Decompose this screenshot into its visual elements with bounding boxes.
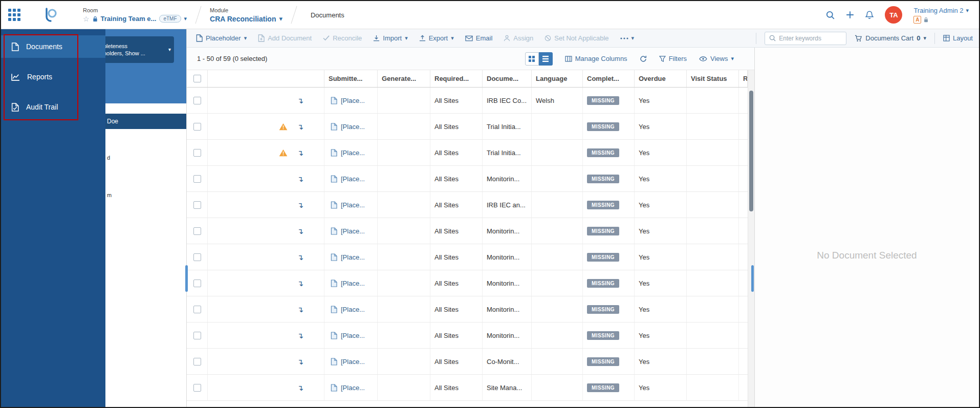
column-header-overdue[interactable]: Overdue [635, 70, 687, 87]
column-header-visit-status[interactable]: Visit Status [687, 70, 739, 87]
views-button[interactable]: Views▾ [699, 55, 734, 62]
document-name-link[interactable]: [Place... [341, 280, 365, 287]
table-row[interactable]: ↴ [Place... All Sites Trial Initia... MI… [187, 114, 748, 140]
column-header-submitte[interactable]: Submitte... [324, 70, 378, 87]
user-avatar[interactable]: TA [885, 6, 902, 24]
document-name-link[interactable]: [Place... [341, 306, 365, 313]
clipped-cell [739, 244, 748, 270]
row-checkbox[interactable] [193, 332, 201, 339]
documents-cart-button[interactable]: Documents Cart 0 ▾ [855, 34, 926, 42]
session-lock-icon[interactable] [924, 17, 928, 23]
document-name-link[interactable]: [Place... [341, 253, 365, 261]
notifications-bell-icon[interactable] [865, 10, 874, 19]
table-row[interactable]: ↴ [Place... All Sites Monitorin... MISSI… [187, 244, 748, 270]
document-name-link[interactable]: [Place... [341, 358, 365, 366]
email-button[interactable]: Email [465, 34, 493, 42]
app-launcher-icon[interactable] [8, 9, 20, 21]
table-row[interactable]: ↴ [Place... All Sites Trial Initia... MI… [187, 140, 748, 166]
row-checkbox[interactable] [193, 306, 201, 313]
table-row[interactable]: ↴ [Place... All Sites Monitorin... MISSI… [187, 296, 748, 323]
table-row[interactable]: ↴ [Place... All Sites Monitorin... MISSI… [187, 270, 748, 296]
manage-columns-button[interactable]: Manage Columns [565, 55, 627, 62]
document-name-link[interactable]: [Place... [341, 123, 365, 131]
layout-button[interactable]: Layout [943, 34, 973, 42]
submitted-name-cell: [Place... [324, 323, 378, 348]
row-checkbox[interactable] [193, 253, 201, 261]
required-cell: All Sites [430, 375, 483, 400]
table-row[interactable]: ↴ [Place... All Sites IRB IEC an... MISS… [187, 192, 748, 218]
sidebar-item-audit-trail[interactable]: Audit Trail [1, 96, 105, 118]
document-name-link[interactable]: [Place... [341, 227, 365, 235]
document-name-link[interactable]: [Place... [341, 97, 365, 104]
panel-resize-handle-left[interactable] [185, 265, 188, 292]
tree-item[interactable]: m [107, 192, 112, 198]
import-button[interactable]: Import▾ [373, 34, 407, 42]
table-row[interactable]: ↴ [Place... All Sites Monitorin... MISSI… [187, 323, 748, 349]
table-row[interactable]: ↴ [Place... All Sites IRB IEC Co... Wels… [187, 88, 748, 114]
document-name-link[interactable]: [Place... [341, 149, 365, 157]
row-checkbox[interactable] [193, 384, 201, 392]
column-header-complet[interactable]: Complet... [583, 70, 635, 87]
tree-item[interactable]: d [107, 155, 110, 161]
document-type-cell: Site Mana... [483, 375, 532, 400]
user-dropdown-caret-icon[interactable]: ▾ [966, 8, 969, 13]
row-checkbox[interactable] [193, 227, 201, 235]
row-checkbox[interactable] [193, 280, 201, 287]
column-header-generate[interactable]: Generate... [378, 70, 430, 87]
reconcile-button[interactable]: Reconcile [323, 34, 362, 42]
more-actions-button[interactable]: ▾ [620, 35, 635, 41]
select-all-checkbox[interactable] [193, 75, 201, 82]
list-view-toggle[interactable] [539, 52, 553, 66]
column-header-r[interactable]: R... [739, 70, 748, 87]
tree-item-selected[interactable]: Doe [105, 114, 186, 129]
column-header-language[interactable]: Language [532, 70, 583, 87]
document-name-link[interactable]: [Place... [341, 201, 365, 209]
document-name-link[interactable]: [Place... [341, 332, 365, 339]
export-button[interactable]: Export▾ [419, 34, 454, 42]
sidebar-item-documents[interactable]: Documents [1, 35, 105, 58]
card-view-toggle[interactable] [525, 52, 539, 66]
placeholder-button[interactable]: Placeholder▾ [196, 34, 247, 42]
room-dropdown-caret-icon[interactable]: ▾ [184, 16, 187, 22]
row-checkbox[interactable] [193, 358, 201, 366]
search-input[interactable] [779, 35, 842, 42]
table-row[interactable]: ↴ [Place... All Sites Monitorin... MISSI… [187, 166, 748, 192]
document-name-link[interactable]: [Place... [341, 384, 365, 392]
generated-cell [378, 270, 430, 296]
submitted-name-cell: [Place... [324, 192, 378, 218]
module-dropdown-caret-icon[interactable]: ▾ [279, 15, 282, 22]
row-checkbox[interactable] [193, 149, 201, 157]
refresh-button[interactable] [640, 55, 647, 62]
column-header-docume[interactable]: Docume... [483, 70, 532, 87]
room-name[interactable]: Training Team e... [101, 15, 157, 23]
row-checkbox[interactable] [193, 175, 201, 183]
column-header-required[interactable]: Required... [430, 70, 483, 87]
row-checkbox[interactable] [193, 123, 201, 131]
table-row[interactable]: ↴ [Place... All Sites Site Mana... MISSI… [187, 375, 748, 401]
favorite-star-icon[interactable]: ☆ [83, 15, 90, 23]
module-name[interactable]: CRA Reconciliation [210, 15, 276, 23]
column-header-status-icons[interactable] [208, 70, 324, 87]
sidebar-item-label: Documents [26, 42, 62, 51]
document-name-link[interactable]: [Place... [341, 175, 365, 183]
quick-add-icon[interactable] [846, 11, 854, 19]
user-name[interactable]: Training Admin 2 [913, 7, 963, 14]
set-not-applicable-button[interactable]: Set Not Applicable [545, 34, 608, 42]
row-checkbox[interactable] [193, 97, 201, 104]
tree-filter-dropdown[interactable]: pleteness holders, Show ... ▾ [105, 36, 174, 63]
table-row[interactable]: ↴ [Place... All Sites Monitorin... MISSI… [187, 218, 748, 244]
global-search-icon[interactable] [826, 11, 835, 19]
assign-button[interactable]: Assign [504, 34, 533, 42]
expected-placement-arrow-icon: ↴ [297, 384, 303, 392]
row-checkbox[interactable] [193, 201, 201, 209]
sidebar-item-reports[interactable]: Reports [1, 66, 105, 88]
filters-button[interactable]: Filters [659, 55, 687, 62]
add-document-button[interactable]: Add Document [258, 34, 312, 42]
vertical-scrollbar[interactable] [748, 70, 754, 407]
scrollbar-thumb[interactable] [749, 91, 753, 211]
language-cell [532, 323, 583, 348]
row-checkbox-cell [187, 244, 208, 270]
table-row[interactable]: ↴ [Place... All Sites Co-Monit... MISSIN… [187, 349, 748, 375]
panel-resize-handle-right[interactable] [751, 265, 754, 292]
warning-icon [279, 123, 288, 131]
